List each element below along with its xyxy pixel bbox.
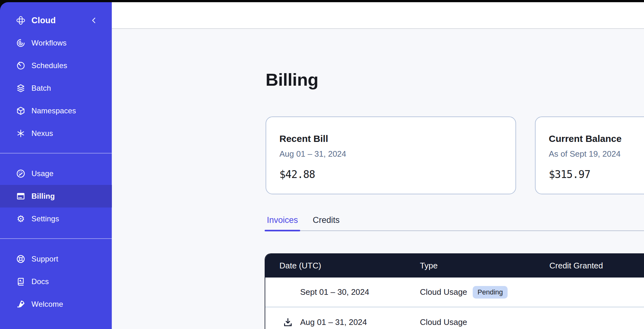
sidebar-item-welcome[interactable]: Welcome xyxy=(0,293,112,316)
cell-date: Aug 01 – 31, 2024 xyxy=(265,316,420,329)
sidebar-item-namespaces[interactable]: Namespaces xyxy=(0,100,112,122)
namespaces-icon xyxy=(16,106,26,116)
invoices-table: Date (UTC) Type Credit Granted Sept 01 –… xyxy=(265,253,644,329)
main-content: Billing Recent Bill Aug 01 – 31, 2024 $4… xyxy=(112,2,644,329)
cell-type: Cloud Usage Pending xyxy=(420,286,549,299)
tab-invoices[interactable]: Invoices xyxy=(265,215,300,230)
sidebar-item-billing[interactable]: Billing xyxy=(0,185,112,208)
workflows-icon xyxy=(16,38,26,48)
sidebar-item-label: Batch xyxy=(31,84,51,93)
column-header-type: Type xyxy=(420,261,549,271)
invoice-date: Aug 01 – 31, 2024 xyxy=(300,317,367,327)
table-header-row: Date (UTC) Type Credit Granted xyxy=(265,254,644,278)
card-amount: $42.88 xyxy=(279,168,502,181)
sidebar-item-label: Docs xyxy=(31,277,49,286)
sidebar-item-label: Billing xyxy=(31,192,55,201)
column-header-date: Date (UTC) xyxy=(265,261,420,271)
summary-cards: Recent Bill Aug 01 – 31, 2024 $42.88 Cur… xyxy=(266,116,644,194)
card-subtitle: Aug 01 – 31, 2024 xyxy=(279,148,502,159)
brand-label: Cloud xyxy=(31,16,56,25)
usage-icon xyxy=(16,169,26,179)
invoice-date: Sept 01 – 30, 2024 xyxy=(300,287,369,297)
page-title: Billing xyxy=(266,68,644,91)
sidebar-item-usage[interactable]: Usage xyxy=(0,162,112,185)
current-balance-card: Current Balance As of Sept 19, 2024 $315… xyxy=(535,116,644,194)
sidebar-item-label: Schedules xyxy=(31,61,67,70)
invoice-type: Cloud Usage xyxy=(420,287,467,297)
sidebar-item-schedules[interactable]: Schedules xyxy=(0,54,112,77)
batch-icon xyxy=(16,83,26,93)
schedules-icon xyxy=(16,61,26,71)
billing-page: Billing Recent Bill Aug 01 – 31, 2024 $4… xyxy=(112,29,644,329)
sidebar-item-label: Workflows xyxy=(31,39,67,47)
card-title: Current Balance xyxy=(549,133,644,145)
docs-book-icon xyxy=(16,277,26,287)
sidebar-item-nexus[interactable]: Nexus xyxy=(0,122,112,145)
app-window: Cloud Workflows xyxy=(0,2,644,329)
topbar xyxy=(112,2,644,29)
cell-date: Sept 01 – 30, 2024 xyxy=(265,286,420,299)
welcome-rocket-icon xyxy=(16,299,26,309)
sidebar-item-label: Namespaces xyxy=(31,106,76,115)
sidebar-item-label: Support xyxy=(31,255,58,263)
sidebar-collapse-button[interactable] xyxy=(89,15,99,26)
sidebar-brand[interactable]: Cloud xyxy=(0,9,112,32)
sidebar-item-label: Nexus xyxy=(31,129,53,138)
settings-gear-icon: ⚙ xyxy=(16,214,26,224)
billing-tabs: Invoices Credits xyxy=(265,215,644,231)
temporal-cloud-logo-icon xyxy=(16,15,26,25)
sidebar-divider xyxy=(0,238,112,239)
card-amount: $315.97 xyxy=(549,168,644,181)
card-subtitle: As of Sept 19, 2024 xyxy=(549,148,644,159)
sidebar-item-label: Settings xyxy=(31,214,59,223)
nexus-icon xyxy=(16,128,26,138)
sidebar-item-batch[interactable]: Batch xyxy=(0,77,112,100)
recent-bill-card: Recent Bill Aug 01 – 31, 2024 $42.88 xyxy=(266,116,516,194)
sidebar-divider xyxy=(0,153,112,154)
billing-icon xyxy=(16,191,26,201)
chevron-left-icon xyxy=(90,17,98,24)
sidebar-item-docs[interactable]: Docs xyxy=(0,270,112,293)
tab-credits[interactable]: Credits xyxy=(311,215,342,230)
download-icon xyxy=(283,317,293,328)
table-row: Sept 01 – 30, 2024 Cloud Usage Pending xyxy=(265,278,644,307)
sidebar-item-workflows[interactable]: Workflows xyxy=(0,32,112,54)
sidebar-item-label: Welcome xyxy=(31,300,63,309)
cell-type: Cloud Usage xyxy=(420,317,549,327)
sidebar-item-settings[interactable]: ⚙ Settings xyxy=(0,208,112,230)
column-header-credit-granted: Credit Granted xyxy=(549,261,644,271)
support-lifebuoy-icon xyxy=(16,254,26,264)
status-badge: Pending xyxy=(473,286,508,299)
sidebar: Cloud Workflows xyxy=(0,2,112,329)
download-invoice-button[interactable] xyxy=(282,316,294,329)
sidebar-item-support[interactable]: Support xyxy=(0,248,112,270)
download-slot-empty xyxy=(282,286,294,299)
sidebar-item-label: Usage xyxy=(31,169,53,178)
table-row: Aug 01 – 31, 2024 Cloud Usage xyxy=(265,307,644,329)
invoice-type: Cloud Usage xyxy=(420,317,467,327)
table-body: Sept 01 – 30, 2024 Cloud Usage Pending xyxy=(265,278,644,329)
card-title: Recent Bill xyxy=(279,133,502,145)
